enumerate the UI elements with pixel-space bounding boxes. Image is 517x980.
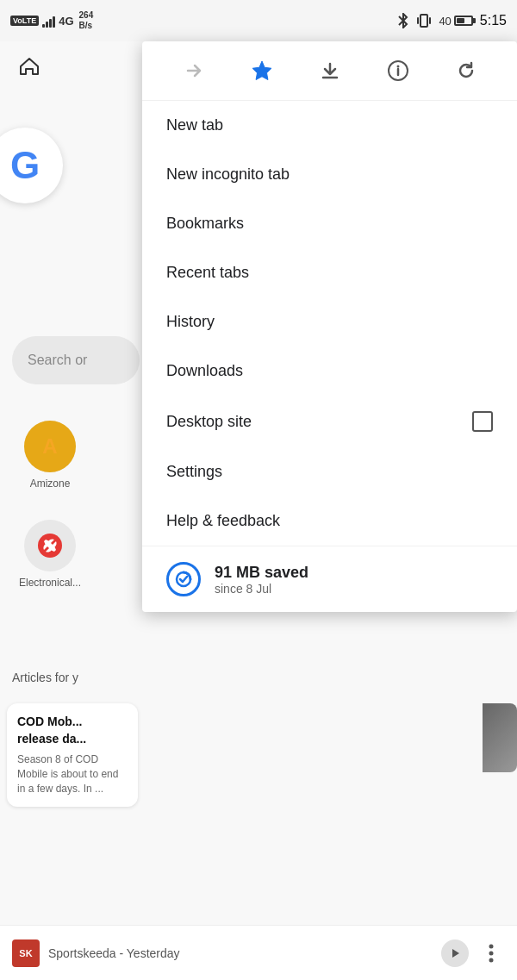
amizone-shortcut[interactable]: A Amizone <box>16 421 84 490</box>
svg-marker-8 <box>452 949 459 958</box>
desktop-site-checkbox[interactable] <box>472 411 493 432</box>
bottom-article-bar: SK Sportskeeda - Yesterday <box>0 925 517 980</box>
play-icon <box>449 947 461 959</box>
menu-item-history[interactable]: History <box>142 297 517 346</box>
battery-percent: 40 <box>439 15 451 28</box>
signal-bar-3 <box>49 19 52 28</box>
bookmark-button[interactable] <box>245 53 279 88</box>
info-button[interactable] <box>381 53 415 88</box>
home-button[interactable] <box>14 51 45 82</box>
menu-item-bookmarks[interactable]: Bookmarks <box>142 199 517 248</box>
play-button[interactable] <box>441 939 469 967</box>
svg-rect-0 <box>420 15 427 27</box>
forward-button[interactable] <box>177 53 211 88</box>
savings-amount: 91 MB saved <box>215 564 308 582</box>
signal-bars <box>42 14 55 28</box>
home-icon <box>18 55 40 78</box>
status-bar: VoLTE 4G 264 B/s 40 5:15 <box>0 0 517 41</box>
svg-point-6 <box>396 66 399 68</box>
sportskeeda-logo-bottom: SK <box>12 939 40 967</box>
menu-item-recent-tabs-label: Recent tabs <box>166 264 249 282</box>
menu-toolbar <box>142 41 517 101</box>
menu-item-new-tab[interactable]: New tab <box>142 101 517 150</box>
menu-item-downloads-label: Downloads <box>166 362 243 380</box>
download-icon <box>320 60 340 81</box>
menu-item-help-feedback[interactable]: Help & feedback <box>142 496 517 546</box>
menu-item-settings[interactable]: Settings <box>142 447 517 496</box>
svg-point-9 <box>489 944 494 948</box>
menu-item-new-tab-label: New tab <box>166 116 223 134</box>
article-desc: Season 8 of COD Mobile is about to end i… <box>17 752 128 796</box>
amizone-icon: A <box>24 421 76 472</box>
more-options-button[interactable] <box>477 939 505 967</box>
signal-bar-1 <box>42 24 45 28</box>
refresh-button[interactable] <box>449 53 483 88</box>
svg-rect-1 <box>417 17 419 24</box>
more-options-icon <box>489 943 494 964</box>
article-card[interactable]: COD Mob...release da... Season 8 of COD … <box>7 703 138 807</box>
battery-fill <box>457 18 465 23</box>
info-icon <box>387 59 409 82</box>
article-image-placeholder <box>483 703 517 772</box>
signal-bar-4 <box>53 16 55 28</box>
browser-top-bar <box>0 41 138 91</box>
menu-item-new-incognito-tab[interactable]: New incognito tab <box>142 150 517 199</box>
menu-item-settings-label: Settings <box>166 463 222 481</box>
menu-item-bookmarks-label: Bookmarks <box>166 215 244 233</box>
menu-item-help-feedback-label: Help & feedback <box>166 512 280 530</box>
electronics-icon <box>24 520 76 571</box>
svg-point-11 <box>489 958 494 962</box>
savings-date: since 8 Jul <box>215 582 308 596</box>
search-placeholder-text: Search or <box>28 353 87 368</box>
menu-item-downloads[interactable]: Downloads <box>142 346 517 396</box>
star-icon <box>251 59 273 82</box>
menu-item-new-incognito-tab-label: New incognito tab <box>166 165 290 184</box>
volte-badge: VoLTE <box>10 16 39 26</box>
status-bar-right: 40 5:15 <box>397 13 507 28</box>
signal-bar-2 <box>46 22 48 28</box>
data-saver-icon <box>173 569 194 590</box>
electronics-shortcut[interactable]: Electronical... <box>16 520 84 589</box>
vibrate-icon <box>416 13 432 28</box>
article-title: COD Mob...release da... <box>17 714 128 747</box>
battery-icon <box>454 16 473 26</box>
search-bar-partial[interactable]: Search or <box>12 336 140 384</box>
savings-section: 91 MB saved since 8 Jul <box>142 546 517 612</box>
time-display: 5:15 <box>480 13 507 28</box>
amizone-label: Amizone <box>30 478 71 490</box>
svg-point-10 <box>489 951 494 955</box>
article-source-bottom: Sportskeeda - Yesterday <box>48 946 433 960</box>
savings-text: 91 MB saved since 8 Jul <box>215 564 308 596</box>
electronics-label: Electronical... <box>19 577 81 589</box>
bluetooth-icon <box>397 13 409 28</box>
menu-item-desktop-site-label: Desktop site <box>166 413 252 431</box>
articles-label: Articles for y <box>12 671 78 684</box>
wrench-icon <box>37 533 63 559</box>
menu-item-history-label: History <box>166 313 215 331</box>
status-bar-left: VoLTE 4G 264 B/s <box>10 10 93 31</box>
forward-icon <box>184 60 204 81</box>
svg-rect-2 <box>429 17 431 24</box>
browser-menu-dropdown: New tab New incognito tab Bookmarks Rece… <box>142 41 517 612</box>
refresh-icon <box>455 59 477 82</box>
menu-item-recent-tabs[interactable]: Recent tabs <box>142 248 517 297</box>
savings-icon <box>166 562 201 596</box>
download-button[interactable] <box>313 53 347 88</box>
battery-container: 40 <box>439 15 472 28</box>
google-logo-circle: G <box>0 128 63 203</box>
signal-type: 4G <box>59 15 73 28</box>
menu-item-desktop-site[interactable]: Desktop site <box>142 396 517 447</box>
data-speed: 264 B/s <box>79 10 94 31</box>
